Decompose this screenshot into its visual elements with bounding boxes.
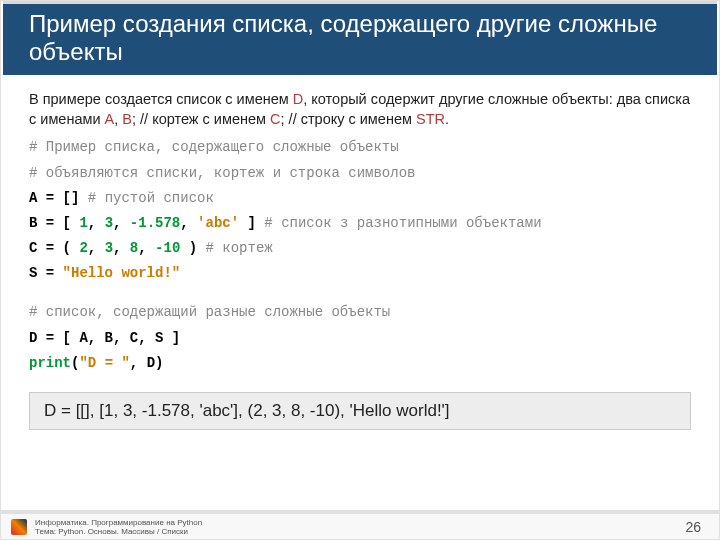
footer-left: Информатика. Программирование на Python …: [11, 518, 202, 536]
footer-line2: Тема: Python. Основы. Массивы / Списки: [35, 527, 202, 536]
code-line: # Пример списка, содержащего сложные объ…: [29, 135, 691, 160]
code-line: # объявляются списки, кортеж и строка си…: [29, 161, 691, 186]
code-line: A = [] # пустой список: [29, 186, 691, 211]
code-block: # Пример списка, содержащего сложные объ…: [29, 135, 691, 376]
slide-content: В примере создается список с именем D, к…: [1, 76, 719, 510]
code-line: print("D = ", D): [29, 351, 691, 376]
slide-title: Пример создания списка, содержащего друг…: [29, 10, 691, 65]
slide-footer: Информатика. Программирование на Python …: [1, 510, 719, 539]
output-box: D = [[], [1, 3, -1.578, 'abc'], (2, 3, 8…: [29, 392, 691, 430]
intro-paragraph: В примере создается список с именем D, к…: [29, 90, 691, 129]
code-line: D = [ A, B, C, S ]: [29, 326, 691, 351]
footer-logo-icon: [11, 519, 27, 535]
output-text: D = [[], [1, 3, -1.578, 'abc'], (2, 3, 8…: [44, 401, 450, 420]
code-line: S = "Hello world!": [29, 261, 691, 286]
code-line: [29, 286, 691, 300]
footer-text: Информатика. Программирование на Python …: [35, 518, 202, 536]
code-line: B = [ 1, 3, -1.578, 'abc' ] # список з р…: [29, 211, 691, 236]
page-number: 26: [685, 519, 701, 535]
code-line: C = ( 2, 3, 8, -10 ) # кортеж: [29, 236, 691, 261]
slide-title-bar: Пример создания списка, содержащего друг…: [3, 1, 717, 76]
code-line: # список, содержащий разные сложные объе…: [29, 300, 691, 325]
footer-line1: Информатика. Программирование на Python: [35, 518, 202, 527]
